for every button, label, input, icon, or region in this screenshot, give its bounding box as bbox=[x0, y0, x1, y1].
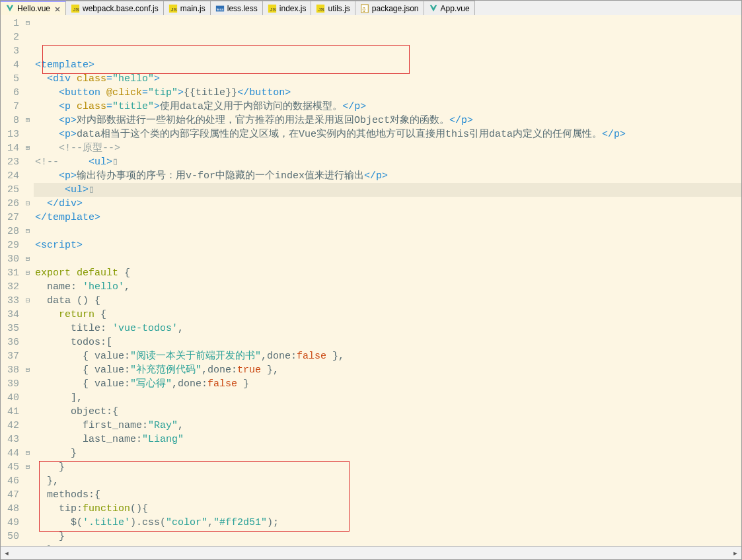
tab-hello-vue[interactable]: Hello.vue bbox=[1, 1, 66, 15]
line-number: 41 bbox=[1, 405, 19, 419]
code-line[interactable]: } bbox=[35, 530, 741, 543]
code-line[interactable]: <div class="hello"> bbox=[35, 72, 741, 86]
file-type-icon: JS bbox=[168, 4, 178, 13]
tab-webpack-base-conf-js[interactable]: JSwebpack.base.conf.js bbox=[66, 1, 164, 15]
tab-label: App.vue bbox=[441, 4, 470, 13]
close-icon[interactable] bbox=[54, 5, 61, 12]
code-line[interactable]: <script> bbox=[35, 238, 741, 252]
line-number: 2 bbox=[1, 30, 19, 44]
code-line[interactable]: <template> bbox=[35, 58, 741, 72]
fold-toggle bbox=[22, 419, 34, 433]
code-line[interactable]: </div> bbox=[35, 197, 741, 211]
fold-toggle[interactable]: ⊟ bbox=[22, 252, 34, 266]
code-line[interactable]: object:{ bbox=[35, 405, 741, 419]
code-line[interactable]: tip:function(){ bbox=[35, 502, 741, 516]
code-line[interactable]: <p class="title">使用data定义用于内部访问的数据模型。</p… bbox=[35, 100, 741, 114]
code-line[interactable]: { value:"写心得",done:false } bbox=[35, 377, 741, 391]
fold-toggle bbox=[22, 335, 34, 349]
line-number: 1 bbox=[1, 17, 19, 30]
line-number: 38 bbox=[1, 363, 19, 377]
file-type-icon bbox=[429, 4, 438, 13]
fold-toggle[interactable]: ⊞ bbox=[22, 114, 34, 127]
line-number: 7 bbox=[1, 100, 19, 114]
code-line[interactable]: <p>输出待办事项的序号：用v-for中隐藏的一个index值来进行输出</p> bbox=[35, 169, 741, 183]
fold-toggle[interactable]: ⊟ bbox=[22, 225, 34, 238]
code-editor[interactable]: 1234567813142324252627282930313233343536… bbox=[1, 15, 741, 546]
code-line[interactable] bbox=[35, 225, 741, 238]
tab-less-less[interactable]: lessless.less bbox=[211, 1, 263, 15]
code-line[interactable]: } bbox=[35, 543, 741, 546]
code-line[interactable]: <p>对内部数据进行一些初始化的处理，官方推荐的用法是采用返回Object对象的… bbox=[35, 114, 741, 127]
code-line[interactable]: <button @click="tip">{{title}}</button> bbox=[35, 86, 741, 100]
tab-index-js[interactable]: JSindex.js bbox=[263, 1, 312, 15]
code-line[interactable]: todos:[ bbox=[35, 335, 741, 349]
code-line[interactable]: data () { bbox=[35, 294, 741, 308]
tab-label: Hello.vue bbox=[17, 4, 50, 13]
file-type-icon: {} bbox=[360, 4, 369, 13]
fold-toggle[interactable]: ⊟ bbox=[22, 266, 34, 280]
fold-toggle bbox=[22, 308, 34, 322]
code-line[interactable]: }, bbox=[35, 474, 741, 488]
scroll-right-arrow[interactable]: ▸ bbox=[729, 547, 741, 559]
code-line[interactable]: <p>data相当于这个类的内部字段属性的定义区域，在Vue实例内的其他地方可以… bbox=[35, 127, 741, 141]
line-number: 28 bbox=[1, 225, 19, 238]
fold-toggle[interactable]: ⊟ bbox=[22, 294, 34, 308]
fold-toggle[interactable]: ⊟ bbox=[22, 17, 34, 30]
code-line[interactable]: <!-- <ul>▯ bbox=[35, 155, 741, 169]
code-line[interactable]: first_name:"Ray", bbox=[35, 419, 741, 433]
fold-toggle bbox=[22, 433, 34, 446]
line-number: 29 bbox=[1, 238, 19, 252]
fold-toggle bbox=[22, 86, 34, 100]
fold-column[interactable]: ⊟⊞⊞⊟⊟⊟⊟⊟⊟⊟⊟ bbox=[22, 15, 34, 546]
code-line[interactable]: return { bbox=[35, 308, 741, 322]
code-line[interactable]: } bbox=[35, 446, 741, 460]
fold-toggle[interactable]: ⊟ bbox=[22, 363, 34, 377]
fold-toggle bbox=[22, 44, 34, 58]
tab-label: package.json bbox=[372, 4, 419, 13]
line-number-gutter: 1234567813142324252627282930313233343536… bbox=[1, 15, 22, 546]
tab-label: index.js bbox=[279, 4, 307, 13]
code-line[interactable]: export default { bbox=[35, 266, 741, 280]
fold-toggle bbox=[22, 30, 34, 44]
code-line[interactable]: <!--原型--> bbox=[35, 141, 741, 155]
code-line[interactable]: </template> bbox=[35, 211, 741, 225]
code-line[interactable]: { value:"阅读一本关于前端开发的书",done:false }, bbox=[35, 349, 741, 363]
line-number: 50 bbox=[1, 530, 19, 543]
code-line[interactable] bbox=[35, 252, 741, 266]
line-number: 36 bbox=[1, 335, 19, 349]
code-area[interactable]: <template> <div class="hello"> <button @… bbox=[34, 15, 741, 546]
code-line[interactable]: title: 'vue-todos', bbox=[35, 322, 741, 335]
tab-label: main.js bbox=[180, 4, 205, 13]
tab-app-vue[interactable]: App.vue bbox=[424, 1, 475, 15]
code-line[interactable]: <ul>▯ bbox=[35, 183, 741, 197]
tab-main-js[interactable]: JSmain.js bbox=[164, 1, 211, 15]
scroll-left-arrow[interactable]: ◂ bbox=[1, 547, 13, 559]
fold-toggle bbox=[22, 474, 34, 488]
code-line[interactable]: { value:"补充范例代码",done:true }, bbox=[35, 363, 741, 377]
tab-utils-js[interactable]: JSutils.js bbox=[311, 1, 355, 15]
line-number: 35 bbox=[1, 322, 19, 335]
file-type-icon bbox=[5, 4, 15, 13]
code-line[interactable]: methods:{ bbox=[35, 488, 741, 502]
fold-toggle bbox=[22, 58, 34, 72]
line-number: 49 bbox=[1, 516, 19, 530]
horizontal-scrollbar[interactable]: ◂ ▸ bbox=[1, 546, 741, 559]
fold-toggle[interactable]: ⊞ bbox=[22, 141, 34, 155]
code-line[interactable]: $('.title').css("color","#ff2d51"); bbox=[35, 516, 741, 530]
tab-package-json[interactable]: {}package.json bbox=[355, 1, 424, 15]
code-line[interactable]: } bbox=[35, 460, 741, 474]
fold-toggle[interactable]: ⊟ bbox=[22, 446, 34, 460]
code-line[interactable]: name: 'hello', bbox=[35, 280, 741, 294]
line-number: 4 bbox=[1, 58, 19, 72]
code-line[interactable]: last_name:"Liang" bbox=[35, 433, 741, 446]
tab-label: less.less bbox=[227, 4, 258, 13]
fold-toggle bbox=[22, 183, 34, 197]
fold-toggle[interactable]: ⊟ bbox=[22, 460, 34, 474]
line-number: 42 bbox=[1, 419, 19, 433]
fold-toggle[interactable]: ⊟ bbox=[22, 197, 34, 211]
scroll-track[interactable] bbox=[13, 547, 729, 559]
file-type-icon: less bbox=[215, 4, 225, 13]
code-line[interactable]: ], bbox=[35, 391, 741, 405]
fold-toggle bbox=[22, 169, 34, 183]
line-number: 25 bbox=[1, 183, 19, 197]
